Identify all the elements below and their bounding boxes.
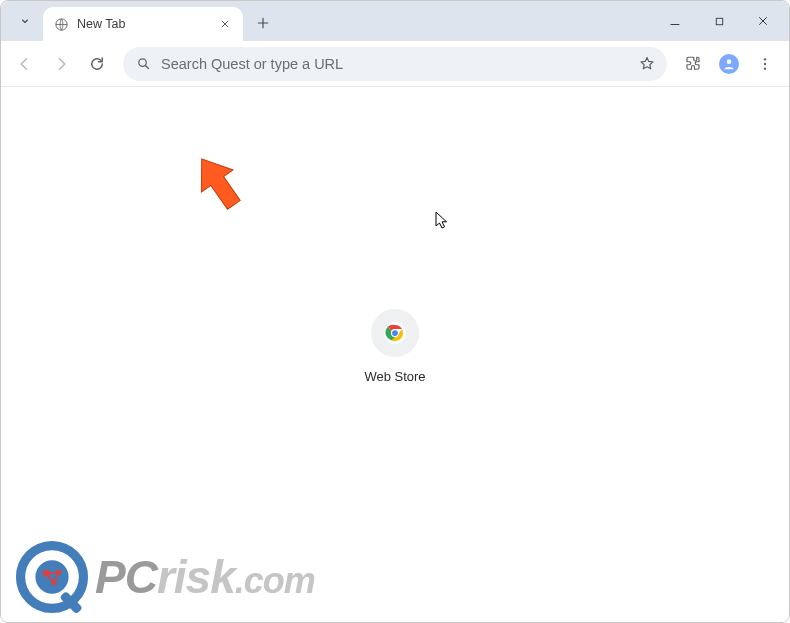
svg-point-2 [138,59,146,67]
close-icon [757,15,769,27]
svg-point-15 [51,580,57,586]
watermark: PCrisk.com [15,540,315,614]
profile-button[interactable] [715,50,743,78]
profile-icon [719,54,739,74]
window-close-button[interactable] [743,6,783,36]
svg-point-12 [35,560,68,593]
annotation-arrow [191,153,249,217]
star-icon [639,55,655,72]
address-input[interactable] [161,56,629,72]
arrow-right-icon [52,55,70,73]
tab-close-button[interactable] [217,16,233,32]
svg-point-13 [43,570,50,577]
svg-marker-10 [191,153,249,216]
tab-title: New Tab [77,17,209,31]
address-bar[interactable] [123,47,667,81]
globe-icon [53,16,69,32]
puzzle-icon [684,55,702,73]
svg-point-3 [727,59,732,64]
back-button[interactable] [9,48,41,80]
svg-rect-19 [59,591,83,614]
minimize-icon [669,15,681,27]
menu-button[interactable] [749,48,781,80]
browser-tab[interactable]: New Tab [43,7,243,41]
maximize-icon [714,16,725,27]
close-icon [220,19,230,29]
new-tab-page: Web Store PCrisk.com [1,87,789,623]
forward-button[interactable] [45,48,77,80]
shortcut-label: Web Store [364,369,425,384]
shortcut-web-store[interactable]: Web Store [340,309,450,384]
minimize-button[interactable] [655,6,695,36]
search-icon [135,56,151,72]
reload-icon [88,55,106,73]
plus-icon [256,16,270,30]
tab-search-button[interactable] [11,7,39,35]
arrow-left-icon [16,55,34,73]
svg-point-4 [764,58,766,60]
chrome-logo-icon [383,321,407,345]
svg-line-18 [46,573,53,582]
svg-point-11 [21,546,84,609]
watermark-text: PCrisk.com [95,550,315,604]
bookmark-button[interactable] [639,56,655,72]
window-controls [655,1,783,41]
tab-strip: New Tab [1,1,789,41]
maximize-button[interactable] [699,6,739,36]
mouse-cursor [435,211,449,231]
svg-point-14 [56,570,62,576]
new-tab-button[interactable] [249,9,277,37]
extensions-button[interactable] [677,48,709,80]
reload-button[interactable] [81,48,113,80]
chevron-down-icon [19,15,31,27]
svg-point-6 [764,67,766,69]
svg-line-16 [46,572,58,573]
svg-line-17 [54,572,59,582]
svg-point-5 [764,62,766,64]
svg-rect-1 [716,18,722,24]
toolbar [1,41,789,87]
shortcut-tile [371,309,419,357]
kebab-icon [757,56,773,72]
watermark-badge-icon [15,540,89,614]
